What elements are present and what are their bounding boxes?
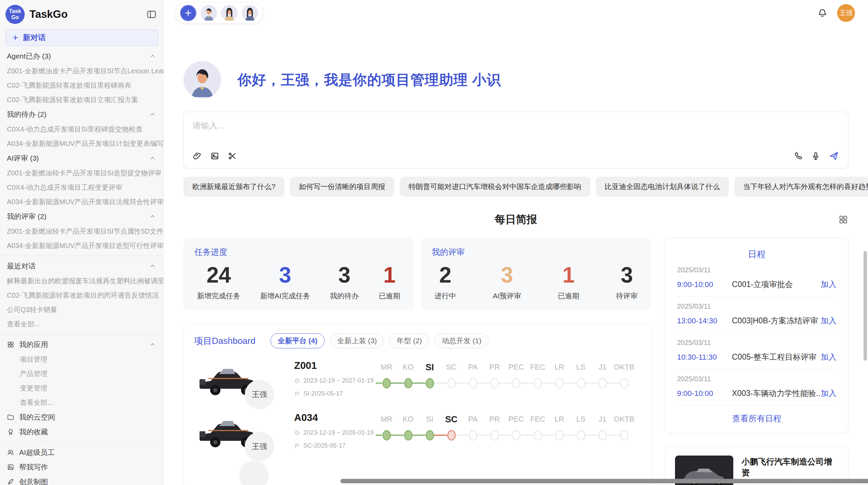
sidebar-group-header[interactable]: 我的待办 (2) xyxy=(0,107,164,122)
join-link[interactable]: 加入 xyxy=(821,388,836,399)
sidebar-app-item[interactable]: 变更管理 xyxy=(0,381,164,395)
join-link[interactable]: 加入 xyxy=(821,352,836,362)
suggestion-chip[interactable]: 比亚迪全固态电池计划具体说了什么 xyxy=(596,177,729,197)
paperclip-icon[interactable] xyxy=(193,151,202,161)
sidebar-app-item[interactable]: 产品管理 xyxy=(0,366,164,381)
sidebar-app-item[interactable]: 项目管理 xyxy=(0,352,164,366)
sidebar-divider xyxy=(0,256,164,256)
stat-label: 进行中 xyxy=(435,291,456,301)
view-all-schedule-link[interactable]: 查看所有日程 xyxy=(677,406,836,426)
milestone-connector xyxy=(477,383,484,384)
milestone-dot-row xyxy=(397,428,419,442)
sidebar-group-header[interactable]: 最近对话 xyxy=(0,259,164,274)
agent-avatar-female-2[interactable] xyxy=(242,5,258,21)
chevron-up-icon[interactable] xyxy=(149,155,156,162)
agent-avatar-female-1[interactable] xyxy=(221,5,238,21)
suggestion-chip[interactable]: 当下年轻人对汽车外观有怎样的喜好趋势 xyxy=(734,177,868,197)
milestone-label: SC xyxy=(441,413,462,425)
sidebar-item[interactable]: C0X4-动力总成开发项目SI里程碑提交物检查 xyxy=(0,122,164,136)
sidebar-apps-header[interactable]: 我的应用 xyxy=(0,337,164,352)
sidebar-item[interactable]: A034-全新新能源MUV产品开发项目造型可行性评审 xyxy=(0,238,164,253)
milestone-label: LR xyxy=(548,361,570,373)
stat-values: 24新增完成任务3新增AI完成任务3我的待办1已逾期 xyxy=(194,260,403,301)
mic-icon[interactable] xyxy=(811,151,820,161)
send-icon[interactable] xyxy=(829,151,839,161)
new-chat-button[interactable]: 新对话 xyxy=(5,29,158,46)
scissors-icon[interactable] xyxy=(228,151,237,161)
sidebar-item[interactable]: A034-全新新能源MUV产品开发项目计划变更表编写 xyxy=(0,136,164,151)
sidebar-item[interactable]: Z001-全新燃油轻卡产品开发项目SI造型提交物评审 xyxy=(0,166,164,180)
clock-icon xyxy=(294,430,300,436)
sidebar-group-header[interactable]: AI评审 (3) xyxy=(0,151,164,166)
sidebar-item[interactable]: C0X4-动力总成开发项目工程变更评审 xyxy=(0,180,164,195)
sidebar-item[interactable]: C02-飞腾新能源轻客改款项目立项汇报方案 xyxy=(0,92,164,107)
sidebar-link-badge[interactable]: 我的收藏 xyxy=(0,424,164,439)
flag-icon xyxy=(294,443,300,449)
sidebar-link-people[interactable]: AI超级员工 xyxy=(0,445,164,460)
add-agent-button[interactable] xyxy=(180,5,196,21)
sidebar-item[interactable]: 解释最新出台的欧盟报废车法规再生塑料比例被调至15%... xyxy=(0,274,164,288)
sidebar-link-pen[interactable]: 创意制图 xyxy=(0,474,164,485)
milestone-label: SI xyxy=(419,413,441,425)
join-link[interactable]: 加入 xyxy=(821,315,836,326)
milestone-connector xyxy=(607,435,613,436)
milestone-connector xyxy=(548,435,555,436)
pen-icon xyxy=(7,478,14,485)
sidebar-group-header[interactable]: 我的评审 (2) xyxy=(0,209,164,224)
chevron-up-icon[interactable] xyxy=(149,111,156,118)
dashboard-tab[interactable]: 全新上装 (3) xyxy=(330,333,384,348)
chevron-up-icon[interactable] xyxy=(149,213,156,220)
notification-bell-icon[interactable] xyxy=(817,8,828,18)
sidebar-app-item[interactable]: 查看全部... xyxy=(0,395,164,410)
sidebar-item[interactable]: Z001-全新燃油轻卡产品开发项目SI节点属性5D文件评审 xyxy=(0,224,164,238)
milestone-dot xyxy=(426,430,434,440)
folder-icon xyxy=(7,413,14,421)
layout-grid-icon[interactable] xyxy=(838,214,848,225)
milestone-connector xyxy=(434,435,441,436)
dashboard-tab[interactable]: 动总开发 (1) xyxy=(435,333,489,348)
chat-composer[interactable]: 请输入... xyxy=(183,112,848,169)
join-link[interactable]: 加入 xyxy=(821,279,836,290)
milestone-connector xyxy=(419,435,425,436)
project-row: 王强Z0012023-12-19 ~ 2027-01-19SI-2025-05-… xyxy=(194,359,641,400)
stat-label: 待评审 xyxy=(616,291,638,301)
stat-value: 24 xyxy=(197,260,240,290)
sidebar-item[interactable]: C02-飞腾新能源轻客改款项目的闭环通告反馈情况 xyxy=(0,288,164,302)
sidebar-footer-links: AI超级员工帮我写作创意制图 xyxy=(0,445,164,485)
sidebar-item[interactable]: 公司Q3轻卡销量 xyxy=(0,302,164,317)
suggestion-chip[interactable]: 如何写一份清晰的项目周报 xyxy=(290,177,394,197)
chevron-up-icon[interactable] xyxy=(149,263,156,270)
dashboard-tab[interactable]: 年型 (2) xyxy=(389,333,429,348)
vertical-scrollbar[interactable] xyxy=(864,251,867,361)
milestone-dot xyxy=(534,378,542,388)
greeting-text: 你好，王强，我是你的项目管理助理 小识 xyxy=(238,71,501,89)
agent-avatar-male-1[interactable] xyxy=(201,5,217,21)
milestone-SI: SI xyxy=(419,361,441,390)
briefing-right-column: 日程 2025/03/119:00-10:00C001-立项审批会加入2025/… xyxy=(665,238,848,485)
assistant-avatar xyxy=(183,61,221,99)
schedule-item: 2025/03/119:00-10:00C001-立项审批会加入 xyxy=(677,260,836,297)
suggestion-chip[interactable]: 欧洲新规最近颁布了什么? xyxy=(183,177,285,197)
milestone-connector xyxy=(585,435,592,436)
schedule-time: 10:30-11:30 xyxy=(677,353,732,362)
sidebar-item[interactable]: Z001-全新燃油皮卡产品开发项目SI节点Lesson Learn报告 xyxy=(0,64,164,78)
project-car: 王强 xyxy=(194,411,263,452)
suggestion-chip[interactable]: 特朗普可能对进口汽车增税会对中国车企造成哪些影响 xyxy=(400,177,590,197)
sidebar-link-write[interactable]: 帮我写作 xyxy=(0,460,164,474)
image-icon[interactable] xyxy=(210,151,219,161)
app-title: TaskGo xyxy=(29,8,146,21)
sidebar-group-header[interactable]: Agent已办 (3) xyxy=(0,49,164,64)
sidebar-link-folder[interactable]: 我的云空间 xyxy=(0,410,164,424)
collapse-sidebar-icon[interactable] xyxy=(146,9,157,20)
horizontal-scrollbar[interactable] xyxy=(340,479,868,483)
sidebar-item[interactable]: 查看全部... xyxy=(0,317,164,331)
sidebar-item[interactable]: C02-飞腾新能源轻客改款项目里程碑画布 xyxy=(0,78,164,92)
composer-left-icons xyxy=(193,151,237,161)
dashboard-tab[interactable]: 全新平台 (4) xyxy=(270,333,325,348)
phone-icon[interactable] xyxy=(794,151,803,161)
milestone-dot xyxy=(491,430,499,440)
user-avatar[interactable]: 王强 xyxy=(837,4,855,22)
sidebar-item[interactable]: A034-全新新能源MUV产品开发项目法规符合性评审 xyxy=(0,195,164,209)
chevron-up-icon[interactable] xyxy=(149,53,156,60)
chevron-up-icon[interactable] xyxy=(149,341,156,348)
